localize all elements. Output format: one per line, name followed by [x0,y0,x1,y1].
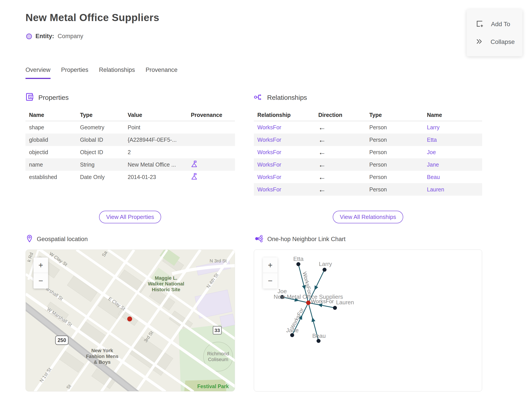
entity-link[interactable]: Jane [427,162,439,168]
chart-zoom-out-button[interactable]: − [263,273,278,289]
properties-table: Name Type Value Provenance shape Geometr… [26,109,235,183]
direction-arrow: ← [315,173,366,181]
entity-link[interactable]: Joe [427,149,436,155]
node-jane [290,333,294,337]
relationship-row: WorksFor ← Person Joe [254,146,482,158]
geospatial-section-header: Geospatial location [26,235,88,243]
link-chart-canvas: WorksFor WorksFor WorksFor Etta Larry Jo… [254,250,482,392]
property-row: globalid Global ID {A228944F-0EF5-... [26,134,235,146]
link-chart-section-title: One-hop Neighbor Link Chart [267,236,346,243]
link-chart-icon [254,235,263,243]
geospatial-map[interactable]: W Clay St arshall St W Marshall St E Cla… [26,250,235,392]
entity-type-value: Company [58,33,83,40]
node-larry [323,268,326,272]
direction-arrow: ← [315,186,366,193]
col-relationship: Relationship [254,112,315,118]
relationships-table: Relationship Direction Type Name WorksFo… [254,109,482,196]
col-type: Type [76,112,124,118]
svg-text:Festival Park: Festival Park [197,384,229,389]
map-zoom-in-button[interactable]: + [33,257,48,273]
node-etta [296,262,300,266]
svg-text:& Boys: & Boys [94,359,111,365]
entity-link[interactable]: Lauren [427,186,444,193]
svg-text:Beau: Beau [312,332,326,339]
map-canvas: W Clay St arshall St W Marshall St E Cla… [26,250,235,392]
provenance-flag-icon[interactable] [191,175,198,181]
svg-text:Larry: Larry [319,261,332,267]
property-row: objectid Object ID 2 [26,146,235,158]
view-all-relationships-button[interactable]: View All Relationships [333,211,403,223]
relationship-link[interactable]: WorksFor [257,137,281,143]
properties-section-header: Properties [26,93,69,102]
center-node-label: New Metal Office Suppliers [273,293,343,300]
node-beau [317,339,320,343]
svg-text:Coliseum: Coliseum [208,357,228,362]
relationship-row: WorksFor ← Person Jane [254,158,482,171]
entity-detail-page: New Metal Office Suppliers Entity: Compa… [0,0,532,405]
relationship-row: WorksFor ← Person Lauren [254,183,482,196]
col-name: Name [26,112,76,118]
relationship-link[interactable]: WorksFor [257,186,281,193]
col-direction: Direction [315,112,366,118]
route-shield-33: 33 [213,326,221,334]
entity-badge: Entity: Company [26,33,83,40]
entity-link[interactable]: Larry [427,124,439,130]
svg-text:Etta: Etta [293,256,304,262]
map-pin-icon [26,235,33,243]
svg-text:33: 33 [215,328,220,333]
relationship-row: WorksFor ← Person Larry [254,121,482,134]
collapse-button[interactable]: Collapse [467,38,522,46]
view-all-properties-button[interactable]: View All Properties [99,211,161,223]
relationships-section-title: Relationships [267,94,307,101]
relationship-row: WorksFor ← Person Beau [254,171,482,183]
one-hop-link-chart[interactable]: WorksFor WorksFor WorksFor Etta Larry Jo… [254,250,482,392]
add-to-button[interactable]: Add To [467,20,522,29]
collapse-label: Collapse [491,38,515,46]
direction-arrow: ← [315,123,366,131]
entity-label: Entity: [35,33,54,40]
add-to-label: Add To [491,21,510,28]
direction-arrow: ← [315,148,366,156]
properties-section-title: Properties [38,94,69,101]
svg-text:Historic Site: Historic Site [152,287,180,292]
route-shield-250: 250 [55,336,68,345]
svg-text:Fashion Mens: Fashion Mens [86,354,119,359]
tab-overview[interactable]: Overview [26,67,51,79]
relationship-link[interactable]: WorksFor [257,149,281,155]
entity-link[interactable]: Beau [427,174,440,180]
add-to-icon [475,20,484,29]
chart-zoom-in-button[interactable]: + [263,257,278,273]
map-location-marker[interactable] [127,317,132,321]
col-value: Value [124,112,187,118]
svg-text:Richmond: Richmond [207,351,229,357]
relationships-section-header: Relationships [254,93,307,102]
map-zoom-control: + − [33,257,48,289]
relationships-table-header: Relationship Direction Type Name [254,109,482,121]
tab-relationships[interactable]: Relationships [99,67,135,79]
svg-text:Walker National: Walker National [148,281,184,287]
provenance-flag-icon[interactable] [191,162,198,169]
svg-text:Maggie L.: Maggie L. [155,275,177,281]
property-row: shape Geometry Point [26,121,235,134]
node-center-company [306,301,311,305]
entity-link[interactable]: Etta [427,137,437,143]
direction-arrow: ← [315,136,366,143]
properties-table-header: Name Type Value Provenance [26,109,235,121]
relationships-fork-icon [254,93,263,102]
relationship-link[interactable]: WorksFor [257,124,281,130]
chart-zoom-control: + − [263,257,278,289]
properties-form-icon [26,93,34,102]
relationship-link[interactable]: WorksFor [257,174,281,180]
col-provenance: Provenance [187,112,234,118]
svg-text:N 3rd St: N 3rd St [209,258,226,263]
relationship-link[interactable]: WorksFor [257,162,281,168]
svg-text:250: 250 [58,337,66,343]
map-zoom-out-button[interactable]: − [33,273,48,289]
tab-properties[interactable]: Properties [61,67,88,79]
tab-bar: Overview Properties Relationships Proven… [26,67,188,79]
col-name: Name [423,112,481,118]
tab-provenance[interactable]: Provenance [146,67,178,79]
property-row: name String New Metal Office ... [26,158,235,171]
geospatial-section-title: Geospatial location [37,236,88,243]
relationship-row: WorksFor ← Person Etta [254,134,482,146]
